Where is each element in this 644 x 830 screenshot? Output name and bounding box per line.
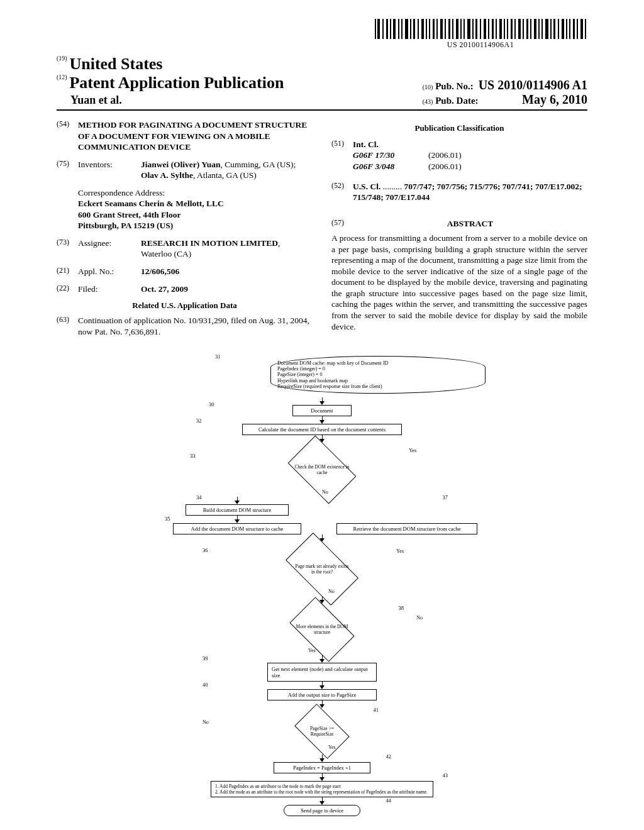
label-no-41: No xyxy=(203,719,209,725)
svg-rect-29 xyxy=(484,19,486,39)
intcl-date-1: (2006.01) xyxy=(428,161,462,172)
ref-40: 40 xyxy=(203,682,208,688)
country-num: (19) xyxy=(57,55,67,62)
ref-31: 31 xyxy=(215,353,221,360)
ref-30: 30 xyxy=(209,401,214,407)
ref-41: 41 xyxy=(374,707,379,713)
filed-num: (22) xyxy=(57,284,78,295)
svg-rect-55 xyxy=(585,19,586,39)
abstract-label: ABSTRACT xyxy=(353,218,587,230)
intcl-item-0: G06F 17/30 (2006.01) xyxy=(353,150,587,161)
label-no-36: No xyxy=(328,589,335,594)
svg-rect-4 xyxy=(386,19,388,39)
svg-rect-38 xyxy=(518,19,521,39)
header-left: (19) United States (12) Patent Applicati… xyxy=(57,55,284,107)
intcl-row: (51) Int. Cl. G06F 17/30 (2006.01) G06F … xyxy=(331,139,587,172)
svg-rect-51 xyxy=(569,19,570,39)
uscl-label: U.S. Cl. xyxy=(353,182,380,191)
svg-rect-31 xyxy=(492,19,494,39)
svg-rect-27 xyxy=(475,19,477,39)
label-no-38: No xyxy=(416,615,423,621)
assignee-num: (73) xyxy=(57,238,78,260)
pub-num: (12) xyxy=(57,74,67,80)
svg-rect-10 xyxy=(410,19,411,39)
svg-rect-2 xyxy=(377,19,380,39)
svg-rect-35 xyxy=(507,19,508,39)
continuation-row: (63) Continuation of application No. 10/… xyxy=(57,315,313,337)
node-41: PageSize >= RequireSize xyxy=(294,704,350,759)
pubno-num: (10) xyxy=(423,84,433,91)
svg-rect-20 xyxy=(448,19,450,39)
correspondence-addr1: 600 Grant Street, 44th Floor xyxy=(78,209,313,221)
assignee-name: RESEARCH IN MOTION LIMITED xyxy=(141,238,278,248)
ref-44: 44 xyxy=(386,797,392,804)
ref-33: 33 xyxy=(190,453,196,459)
abstract-block: (57) ABSTRACT A process for transmitting… xyxy=(331,218,587,332)
inventors-label: Inventors: xyxy=(78,159,141,181)
label-yes-36: Yes xyxy=(396,548,404,554)
barcode-block: US 20100114906A1 xyxy=(57,19,587,50)
node-34: Build document DOM structure xyxy=(186,504,289,516)
related-data-head: Related U.S. Application Data xyxy=(57,301,313,311)
applno-value: 12/606,506 xyxy=(141,266,313,277)
node-36: Page mark set already exists in the root… xyxy=(286,533,358,606)
filed-row: (22) Filed: Oct. 27, 2009 xyxy=(57,284,313,295)
assignee-value: RESEARCH IN MOTION LIMITED, Waterloo (CA… xyxy=(141,238,313,260)
country-line: (19) United States xyxy=(57,55,284,74)
svg-rect-47 xyxy=(553,19,555,39)
inventors-value: Jianwei (Oliver) Yuan, Cumming, GA (US);… xyxy=(141,159,313,181)
left-column: (54) METHOD FOR PAGINATING A DOCUMENT ST… xyxy=(57,119,313,343)
svg-rect-32 xyxy=(496,19,497,39)
biblio-columns: (54) METHOD FOR PAGINATING A DOCUMENT ST… xyxy=(57,119,587,343)
intcl-label: Int. Cl. xyxy=(353,139,587,150)
svg-rect-19 xyxy=(445,19,446,39)
svg-rect-12 xyxy=(418,19,419,39)
row-34-37: Build document DOM structure 35 Add the … xyxy=(158,497,486,534)
header-right: (10) Pub. No.: US 2010/0114906 A1 (43) P… xyxy=(423,78,587,107)
svg-rect-3 xyxy=(382,19,384,39)
svg-rect-33 xyxy=(499,19,502,39)
correspondence-block: Correspondence Address: Eckert Seamans C… xyxy=(78,187,313,231)
svg-rect-53 xyxy=(577,19,578,39)
node-44: Send page to device xyxy=(284,805,360,816)
svg-rect-1 xyxy=(375,19,376,39)
svg-rect-49 xyxy=(562,19,564,39)
pubno-line: (10) Pub. No.: US 2010/0114906 A1 xyxy=(423,78,587,92)
svg-rect-11 xyxy=(413,19,415,39)
ref-42: 42 xyxy=(386,753,392,760)
barcode-text: US 20100114906A1 xyxy=(374,40,587,50)
label-yes-38: Yes xyxy=(308,648,316,653)
title-row: (54) METHOD FOR PAGINATING A DOCUMENT ST… xyxy=(57,119,313,153)
uscl-block: U.S. Cl. ......... 707/747; 707/756; 715… xyxy=(353,181,587,203)
node-30: Document xyxy=(292,405,352,416)
svg-rect-9 xyxy=(405,19,408,39)
svg-rect-44 xyxy=(541,19,543,39)
intcl-block: Int. Cl. G06F 17/30 (2006.01) G06F 3/048… xyxy=(353,139,587,172)
flowchart: 31 Document DOM cache: map with key of D… xyxy=(158,356,486,816)
svg-rect-40 xyxy=(526,19,528,39)
ref-36: 36 xyxy=(203,547,208,553)
uscl-dots: ......... xyxy=(380,182,402,191)
applno-label: Appl. No.: xyxy=(78,266,141,277)
svg-rect-45 xyxy=(545,19,548,39)
node-32: Calculate the document ID based on the d… xyxy=(242,424,402,435)
svg-rect-46 xyxy=(550,19,552,39)
svg-rect-15 xyxy=(429,19,430,39)
continuation-text: Continuation of application No. 10/931,2… xyxy=(78,315,313,337)
assignee-row: (73) Assignee: RESEARCH IN MOTION LIMITE… xyxy=(57,238,313,260)
svg-rect-28 xyxy=(480,19,481,39)
svg-rect-30 xyxy=(488,19,489,39)
svg-rect-42 xyxy=(534,19,536,39)
country-name: United States xyxy=(69,55,162,73)
node-42: PageIndex = PageIndex +1 xyxy=(274,762,370,773)
svg-rect-13 xyxy=(421,19,424,39)
inventor-1-loc: , Cumming, GA (US); xyxy=(221,160,296,169)
svg-rect-16 xyxy=(433,19,435,39)
pub-title: Patent Application Publication xyxy=(69,74,284,92)
barcode-icon xyxy=(374,19,587,39)
barcode: US 20100114906A1 xyxy=(374,19,587,50)
node-38: More elements in the DOM structure xyxy=(289,597,354,661)
svg-rect-43 xyxy=(538,19,540,39)
svg-rect-8 xyxy=(401,19,402,39)
node-40: Add the output size to PageSize xyxy=(267,689,377,700)
